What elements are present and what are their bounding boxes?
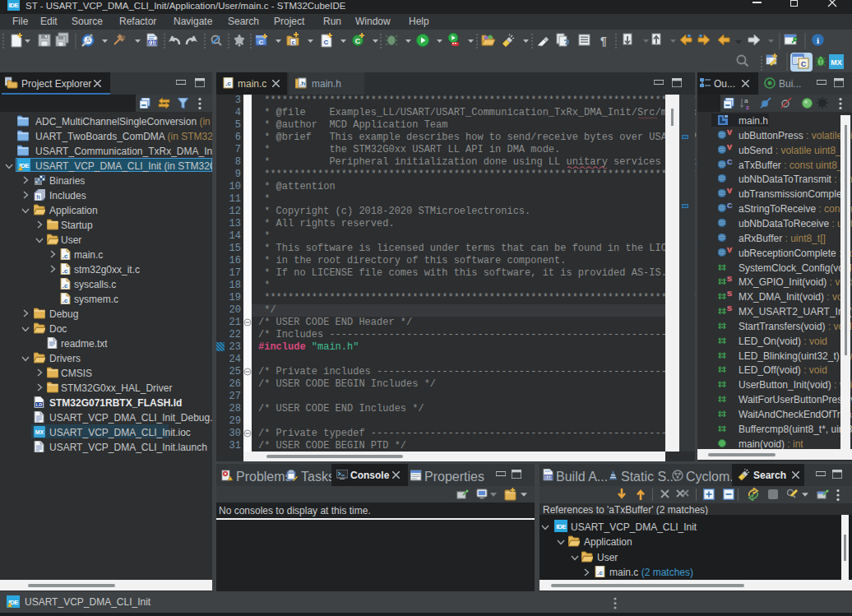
svg-text:.c: .c [597, 569, 603, 577]
svg-text:c: c [292, 39, 295, 45]
svg-text:i: i [817, 35, 819, 45]
svg-text:IDE: IDE [556, 523, 567, 530]
svg-text:¶: ¶ [600, 35, 607, 48]
svg-text:010: 010 [148, 39, 157, 45]
svg-text:.h: .h [299, 80, 305, 87]
svg-text:C: C [324, 39, 329, 46]
svg-text:C: C [801, 60, 807, 68]
svg-text:z: z [746, 104, 749, 109]
svg-text:010: 010 [544, 475, 552, 479]
svg-text:MX: MX [831, 58, 842, 67]
svg-text:.c: .c [225, 80, 231, 87]
svg-text:C: C [355, 37, 361, 45]
svg-text:C: C [259, 39, 264, 46]
